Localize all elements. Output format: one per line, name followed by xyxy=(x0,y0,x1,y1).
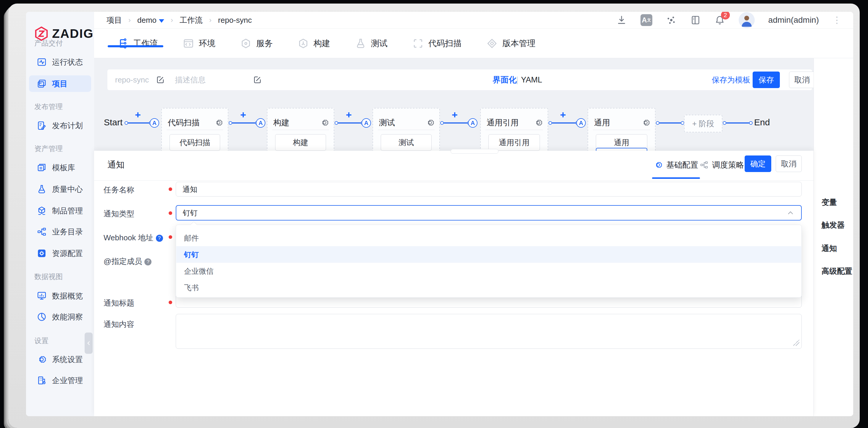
approval-node-icon[interactable]: A xyxy=(362,118,371,128)
sidebar-item-business-catalog[interactable]: 业务目录 xyxy=(29,224,91,240)
confirm-button[interactable]: 确定 xyxy=(745,156,771,172)
data-monitor-icon xyxy=(37,291,47,301)
textarea-resize-grip[interactable] xyxy=(793,339,799,346)
download-icon[interactable] xyxy=(616,15,627,25)
stage-title: 构建 xyxy=(273,117,289,128)
cluster-icon[interactable] xyxy=(666,15,677,25)
tab-version-mgmt[interactable]: 版本管理 xyxy=(484,38,538,49)
rail-item-advanced-config[interactable]: 高级配置 xyxy=(822,266,852,276)
help-question-icon[interactable]: ? xyxy=(144,258,152,265)
job-common-ref[interactable]: 通用引用 xyxy=(489,134,540,151)
gear-icon xyxy=(37,354,47,364)
workflow-name-field[interactable]: repo-sync xyxy=(115,75,149,85)
rail-item-notifications[interactable]: 通知 xyxy=(822,243,837,254)
add-job-plus-icon[interactable]: + xyxy=(240,109,246,121)
required-dot xyxy=(168,301,172,304)
pipeline-end-label: End xyxy=(754,117,770,127)
panel-tab-basic-config[interactable]: 基础配置 xyxy=(654,160,698,170)
pipeline-connector xyxy=(338,122,361,124)
add-job-plus-icon[interactable]: + xyxy=(135,109,141,121)
sidebar-item-system-settings[interactable]: 系统设置 xyxy=(29,351,91,368)
cancel-button[interactable]: 取消 xyxy=(789,71,815,88)
breadcrumb-workflows[interactable]: 工作流 xyxy=(180,15,203,25)
tab-tests[interactable]: 测试 xyxy=(353,38,390,49)
stage-gear-icon[interactable] xyxy=(534,118,543,127)
approval-node-icon[interactable]: A xyxy=(256,118,266,128)
top-header: 项目 › demo › 工作流 › repo-sync A文 2 admin(a… xyxy=(94,12,853,29)
pipeline-start-label: Start xyxy=(104,117,122,127)
environment-icon xyxy=(183,38,194,49)
job-test[interactable]: 测试 xyxy=(381,134,432,151)
add-job-plus-icon[interactable]: + xyxy=(346,109,352,121)
required-dot xyxy=(168,211,172,215)
option-email[interactable]: 邮件 xyxy=(176,230,801,246)
sidebar-item-resource-config[interactable]: 资源配置 xyxy=(29,245,91,262)
horizontal-scrollbar[interactable] xyxy=(451,149,498,154)
approval-node-icon[interactable]: A xyxy=(150,118,159,128)
tab-workflows[interactable]: 工作流 xyxy=(115,38,160,49)
stage-gear-icon[interactable] xyxy=(426,118,435,127)
sidebar: ZADIG 产品交付 运行状态 项目 发布管理 发布计划 资产管理 模板库 xyxy=(26,12,94,416)
stage-gear-icon[interactable] xyxy=(320,118,329,127)
tab-services[interactable]: 服务 xyxy=(238,38,275,49)
chevron-down-icon xyxy=(159,19,164,23)
username[interactable]: admin(admin) xyxy=(768,15,819,25)
sidebar-item-release-plan[interactable]: 发布计划 xyxy=(29,117,91,134)
notify-content-textarea[interactable] xyxy=(176,314,802,349)
mode-yaml-toggle[interactable]: YAML xyxy=(521,75,542,85)
option-feishu[interactable]: 飞书 xyxy=(176,279,801,296)
breadcrumb-project-name[interactable]: demo xyxy=(137,16,164,25)
sidebar-item-projects[interactable]: 项目 xyxy=(29,75,91,92)
sidebar-item-running-status[interactable]: 运行状态 xyxy=(29,54,91,70)
tab-builds[interactable]: 构建 xyxy=(295,38,333,49)
docs-book-icon[interactable] xyxy=(690,15,701,25)
language-icon[interactable]: A文 xyxy=(641,14,652,26)
edit-name-icon[interactable] xyxy=(156,75,165,84)
help-question-icon[interactable]: ? xyxy=(156,235,163,242)
notify-type-select[interactable]: 钉钉 xyxy=(176,205,802,221)
sidebar-item-data-overview[interactable]: 数据概览 xyxy=(29,288,91,304)
sidebar-item-artifact-mgmt[interactable]: 制品管理 xyxy=(29,202,91,219)
sidebar-item-template-library[interactable]: 模板库 xyxy=(29,159,91,176)
gear-icon xyxy=(654,161,663,169)
sidebar-item-efficiency-insight[interactable]: 效能洞察 xyxy=(29,308,91,325)
module-tabbar: 工作流 环境 服务 构建 测试 代码扫描 版本管理 xyxy=(94,29,853,58)
rail-item-variables[interactable]: 变量 xyxy=(822,197,837,207)
job-code-scan[interactable]: 代码扫描 xyxy=(169,134,220,151)
release-plan-icon xyxy=(37,121,47,131)
workflow-desc-field[interactable]: 描述信息 xyxy=(175,75,206,85)
sidebar-item-quality-center[interactable]: 质量中心 xyxy=(29,181,91,197)
option-wecom[interactable]: 企业微信 xyxy=(176,263,801,279)
panel-tab-schedule-policy[interactable]: 调度策略 xyxy=(700,160,744,170)
required-dot xyxy=(168,235,172,239)
panel-title: 通知 xyxy=(107,159,125,171)
rail-item-triggers[interactable]: 触发器 xyxy=(822,220,845,230)
required-dot xyxy=(168,188,172,191)
build-icon xyxy=(298,38,309,49)
stage-gear-icon[interactable] xyxy=(214,118,223,127)
add-job-plus-icon[interactable]: + xyxy=(452,109,458,121)
breadcrumb-projects[interactable]: 项目 xyxy=(106,15,122,25)
job-build[interactable]: 构建 xyxy=(275,134,326,151)
tab-environments[interactable]: 环境 xyxy=(181,38,218,49)
tab-code-scan[interactable]: 代码扫描 xyxy=(410,38,464,49)
save-button[interactable]: 保存 xyxy=(753,71,780,88)
save-as-template-button[interactable]: 保存为模板 xyxy=(712,75,750,85)
sidebar-collapse-handle[interactable] xyxy=(85,332,93,354)
panel-cancel-button[interactable]: 取消 xyxy=(776,156,802,172)
edit-desc-icon[interactable] xyxy=(253,75,262,84)
approval-node-icon[interactable]: A xyxy=(468,118,477,128)
avatar[interactable] xyxy=(739,12,755,28)
add-job-plus-icon[interactable]: + xyxy=(560,109,566,121)
notification-bell-icon[interactable]: 2 xyxy=(714,15,725,25)
panel-divider xyxy=(94,180,813,180)
sidebar-item-enterprise-mgmt[interactable]: 企业管理 xyxy=(29,372,91,389)
kebab-menu-icon[interactable]: ⋮ xyxy=(833,19,841,22)
task-name-input[interactable] xyxy=(176,182,802,197)
mode-ui-toggle[interactable]: 界面化 xyxy=(493,74,517,85)
sidebar-section-asset-mgmt: 资产管理 xyxy=(34,144,63,154)
approval-node-icon[interactable]: A xyxy=(576,118,586,128)
option-dingtalk[interactable]: 钉钉 xyxy=(176,246,801,263)
stage-gear-icon[interactable] xyxy=(641,118,650,127)
add-stage-button[interactable]: + 阶段 xyxy=(684,115,722,132)
